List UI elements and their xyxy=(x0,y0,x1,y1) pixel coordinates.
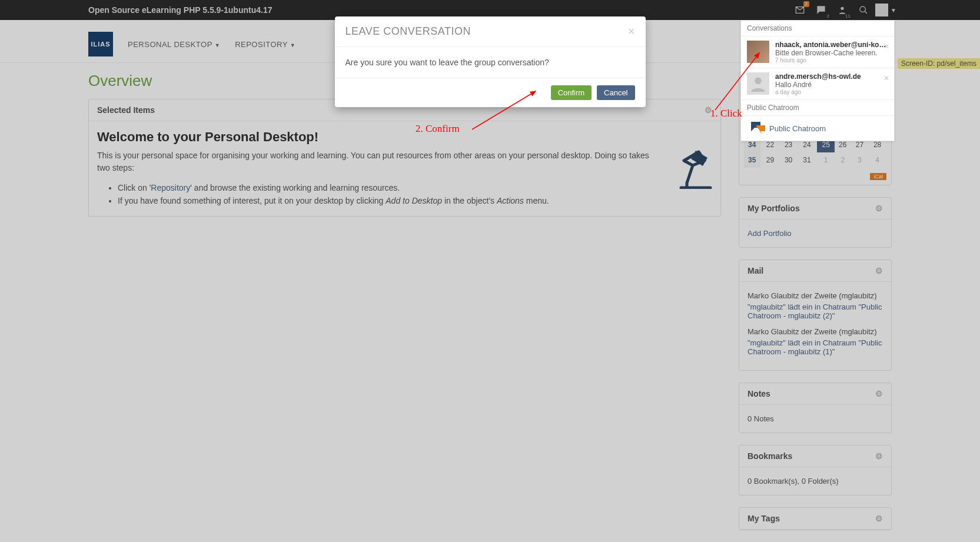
close-icon[interactable]: ✕ xyxy=(883,42,889,51)
conversation-time: a day ago xyxy=(775,89,888,95)
close-icon[interactable]: × xyxy=(628,25,635,38)
modal-body: Are you sure you want to leave the group… xyxy=(335,47,646,78)
close-icon[interactable]: ✕ xyxy=(883,74,889,82)
confirm-button[interactable]: Confirm xyxy=(551,85,592,100)
conversation-name: andre.mersch@hs-owl.de xyxy=(775,72,888,81)
modal-title: LEAVE CONVERSATION xyxy=(346,25,471,38)
avatar xyxy=(747,41,769,63)
chat-icon xyxy=(747,122,769,135)
conversations-popup: Conversations nhaack, antonia.weber@uni-… xyxy=(740,20,895,141)
avatar xyxy=(747,72,769,95)
conversations-header: Conversations xyxy=(741,21,894,36)
svg-point-2 xyxy=(755,78,762,85)
conversation-message: Bitte den Browser-Cache leeren. xyxy=(775,49,888,57)
conversation-item[interactable]: nhaack, antonia.weber@uni-koeln.d...Bitt… xyxy=(741,36,894,68)
cancel-button[interactable]: Cancel xyxy=(597,85,634,100)
conversation-name: nhaack, antonia.weber@uni-koeln.d... xyxy=(775,41,888,49)
conversation-time: 7 hours ago xyxy=(775,57,888,64)
public-chatroom-link[interactable]: Public Chatroom xyxy=(741,116,894,141)
conversation-item[interactable]: andre.mersch@hs-owl.deHallo Andréa day a… xyxy=(741,68,894,100)
conversation-message: Hallo André xyxy=(775,81,888,89)
leave-conversation-modal: LEAVE CONVERSATION × Are you sure you wa… xyxy=(335,16,646,107)
public-chatroom-header: Public Chatroom xyxy=(741,100,894,116)
